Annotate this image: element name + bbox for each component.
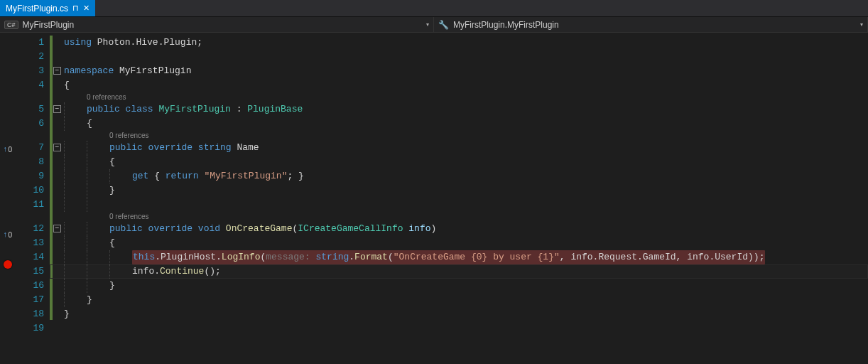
nav-type-dropdown[interactable]: 🔧 MyFirstPlugin.MyFirstPlugin ▾ [434, 17, 868, 32]
token-keyword: string [315, 252, 349, 262]
nav-project-label: MyFirstPlugin [23, 20, 75, 30]
line-number: 5 [17, 102, 50, 117]
token-class: MyFirstPlugin [158, 102, 230, 117]
line-number: 15 [17, 264, 50, 279]
token-keyword: namespace [64, 64, 114, 78]
token-string: "MyFirstPlugin" [199, 169, 288, 183]
line-number: 6 [17, 117, 50, 131]
token-brace: } [109, 279, 115, 293]
line-number: 10 [17, 183, 50, 198]
navigation-bar: C# MyFirstPlugin ▾ 🔧 MyFirstPlugin.MyFir… [0, 17, 868, 33]
fold-toggle[interactable]: − [53, 144, 61, 151]
token-keyword: public class [87, 102, 158, 117]
line-number: 2 [17, 50, 50, 64]
line-number: 4 [17, 78, 50, 92]
overrides-glyph[interactable]: ↑0 [3, 145, 12, 154]
chevron-down-icon: ▾ [860, 21, 863, 28]
file-tab-active[interactable]: MyFirstPlugin.cs ⊓ ✕ [0, 0, 95, 16]
token-method: OnCreateGame [220, 222, 292, 236]
codelens-references[interactable]: 0 references [109, 132, 149, 139]
token-method: Format [354, 252, 388, 262]
token-keyword: void [198, 222, 220, 236]
codelens-references[interactable]: 0 references [109, 213, 149, 220]
token-brace: { [109, 236, 115, 250]
line-number: 19 [17, 321, 50, 336]
token-brace: { [87, 117, 92, 131]
token-class: ICreateGameCallInfo [298, 222, 403, 236]
current-line: info.Continue(); [50, 264, 868, 279]
pin-icon[interactable]: ⊓ [72, 4, 79, 13]
line-number: 12 [17, 222, 50, 236]
token-keyword: this [133, 252, 155, 262]
chevron-down-icon: ▾ [426, 21, 429, 28]
token-string: "OnCreateGame {0} by user {1}" [394, 252, 560, 262]
token-identifier: Name [232, 141, 259, 155]
line-number: 18 [17, 307, 50, 321]
line-number: 3 [17, 64, 50, 78]
breakpoint-icon[interactable] [4, 260, 12, 269]
token-parameter: info [403, 222, 431, 236]
csharp-badge-icon: C# [4, 21, 18, 29]
line-number: 16 [17, 279, 50, 293]
line-number-gutter: 1 2 3 4 5 6 7 8 9 10 11 12 13 14 15 16 1… [17, 33, 50, 364]
arrow-up-icon: ↑ [3, 145, 8, 154]
codelens-references[interactable]: 0 references [87, 93, 126, 101]
code-editor[interactable]: ↑0 ↑0 1 2 3 4 5 6 7 8 9 10 11 12 13 14 1… [0, 33, 868, 364]
line-number: 13 [17, 236, 50, 250]
code-text-area[interactable]: using Photon.Hive.Plugin; −namespace MyF… [50, 33, 868, 364]
token-namespace: Photon.Hive.Plugin; [92, 36, 202, 50]
arrow-up-icon: ↑ [3, 230, 8, 239]
token-brace: { [109, 155, 115, 169]
token-identifier: MyFirstPlugin [114, 64, 191, 78]
breakpoint-line: this.PluginHost.LogInfo(message: string.… [50, 250, 868, 264]
token-class: PluginBase [247, 102, 303, 117]
token-brace: { [64, 78, 70, 92]
token-keyword: get [132, 169, 148, 183]
close-icon[interactable]: ✕ [83, 4, 89, 13]
tab-filename: MyFirstPlugin.cs [6, 4, 68, 14]
document-tabs: MyFirstPlugin.cs ⊓ ✕ [0, 0, 868, 17]
inlay-hint: message: [266, 252, 315, 262]
line-number: 14 [17, 250, 50, 264]
token-keyword: public override [109, 141, 198, 155]
nav-type-label: MyFirstPlugin.MyFirstPlugin [453, 20, 559, 30]
line-number: 7 [17, 141, 50, 155]
token-method: Continue [160, 264, 204, 279]
token-keyword: using [64, 36, 92, 50]
fold-toggle[interactable]: − [53, 67, 61, 75]
token-method: LogInfo [222, 252, 261, 262]
fold-toggle[interactable]: − [53, 225, 61, 232]
line-number: 11 [17, 198, 50, 212]
line-number: 17 [17, 293, 50, 307]
line-number: 8 [17, 155, 50, 169]
line-number: 1 [17, 36, 50, 50]
line-number: 9 [17, 169, 50, 183]
nav-project-dropdown[interactable]: C# MyFirstPlugin ▾ [0, 17, 434, 32]
token-brace: } [87, 293, 92, 307]
token-brace: } [109, 183, 115, 198]
glyph-margin[interactable]: ↑0 ↑0 [0, 33, 17, 364]
class-icon: 🔧 [438, 20, 449, 30]
token-keyword: return [166, 169, 199, 183]
token-keyword: string [198, 141, 232, 155]
overrides-glyph[interactable]: ↑0 [3, 230, 12, 239]
token-keyword: public override [109, 222, 198, 236]
token-brace: } [64, 307, 70, 321]
fold-toggle[interactable]: − [53, 105, 61, 113]
